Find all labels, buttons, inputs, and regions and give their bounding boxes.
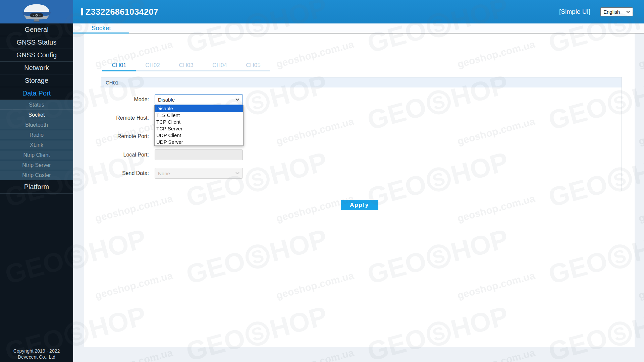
top-bar: Z33226861034207 [Simple UI] English [0,0,644,23]
send-data-label: Send Data: [101,170,149,176]
sidebar-item-platform[interactable]: Platform [0,180,73,194]
remote-port-label: Remote Port: [101,133,149,139]
sidebar-subitem-ntrip-caster[interactable]: Ntrip Caster [0,170,73,180]
topbar-right: [Simple UI] English [559,7,633,16]
sidebar-subitem-status[interactable]: Status [0,100,73,110]
copyright: Copyright 2019 - 2022 Devecent Co., Ltd [0,348,73,360]
sidebar-item-gnss-status[interactable]: GNSS Status [0,36,73,49]
mode-option-tls-client[interactable]: TLS Client [155,112,243,119]
sidebar-nav-bottom: Platform [0,180,73,194]
sidebar-item-gnss-config[interactable]: GNSS Config [0,49,73,62]
device-serial: Z33226861034207 [81,7,158,17]
language-selected: English [603,9,620,15]
channel-tab-ch02[interactable]: CH02 [136,60,169,70]
simple-ui-link[interactable]: [Simple UI] [559,8,590,15]
mode-option-tcp-client[interactable]: TCP Client [155,119,243,125]
sidebar-item-data-port[interactable]: Data Port [0,87,73,100]
mode-selected-value: Disable [158,97,175,103]
chevron-down-icon [626,11,630,13]
mode-label: Mode: [101,97,149,103]
language-select[interactable]: English [600,7,633,16]
tab-socket[interactable]: Socket [73,23,129,34]
content-area: CH01CH02CH03CH04CH05 CH01 Mode: Disable … [73,34,644,362]
local-port-input [155,149,243,160]
sidebar-subitem-radio[interactable]: Radio [0,130,73,140]
mode-option-udp-server[interactable]: UDP Server [155,139,243,145]
mode-option-udp-client[interactable]: UDP Client [155,132,243,139]
chevron-down-icon [235,98,239,101]
sidebar-item-general[interactable]: General [0,23,73,36]
sidebar-subitem-ntrip-server[interactable]: Ntrip Server [0,160,73,170]
mode-option-tcp-server[interactable]: TCP Server [155,125,243,132]
remote-host-label: Remote Host: [101,115,149,121]
send-data-select: None [155,168,243,179]
local-port-label: Local Port: [101,152,149,158]
apply-button[interactable]: Apply [341,200,378,210]
sidebar-nav-dataport-children: StatusSocketBluetoothRadioXLinkNtrip Cli… [0,100,73,180]
sidebar-subitem-bluetooth[interactable]: Bluetooth [0,120,73,130]
mode-dropdown-list: DisableTLS ClientTCP ClientTCP ServerUDP… [154,105,244,146]
page-tabstrip: Socket [73,23,644,34]
sidebar-subitem-socket[interactable]: Socket [0,110,73,120]
channel-tab-ch04[interactable]: CH04 [203,60,236,70]
mode-option-disable[interactable]: Disable [155,105,243,112]
send-data-row: Send Data: None [101,168,622,179]
serial-prefix-bar [81,8,83,15]
channel-tab-ch01[interactable]: CH01 [102,60,136,70]
local-port-row: Local Port: [101,149,622,160]
sidebar: GeneralGNSS StatusGNSS ConfigNetworkStor… [0,23,73,362]
sidebar-item-network[interactable]: Network [0,62,73,74]
chevron-down-icon [235,172,239,175]
mode-select[interactable]: Disable [155,94,243,105]
sidebar-item-storage[interactable]: Storage [0,74,73,87]
channel-tabs: CH01CH02CH03CH04CH05 [102,60,270,71]
socket-panel: CH01CH02CH03CH04CH05 CH01 Mode: Disable … [84,34,635,347]
brand-logo [0,0,73,23]
serial-text: Z33226861034207 [86,7,158,17]
copyright-line2: Devecent Co., Ltd [0,354,73,360]
main-area: Socket CH01CH02CH03CH04CH05 CH01 Mode: D… [73,23,644,362]
gnss-receiver-icon [15,1,58,22]
sidebar-nav-top: GeneralGNSS StatusGNSS ConfigNetworkStor… [0,23,73,100]
channel-tab-ch03[interactable]: CH03 [169,60,203,70]
sidebar-subitem-xlink[interactable]: XLink [0,140,73,150]
send-data-selected-value: None [158,171,170,176]
mode-row: Mode: Disable [101,94,622,105]
channel-tab-ch05[interactable]: CH05 [236,60,270,70]
copyright-line1: Copyright 2019 - 2022 [0,348,73,354]
sidebar-subitem-ntrip-client[interactable]: Ntrip Client [0,150,73,160]
groupbox-title: CH01 [101,77,622,87]
